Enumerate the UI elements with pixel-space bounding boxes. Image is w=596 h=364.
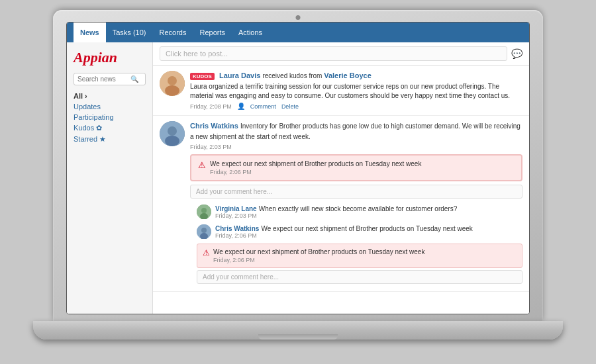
kudos-target[interactable]: Valerie Boyce <box>324 71 372 79</box>
search-box[interactable]: 🔍 <box>74 73 146 85</box>
chris-meta: Friday, 2:03 PM <box>190 144 522 150</box>
nav-reports[interactable]: Reports <box>193 23 232 42</box>
svg-point-1 <box>168 76 177 85</box>
svg-point-5 <box>165 136 179 146</box>
chris-reply-name[interactable]: Chris Watkins <box>215 225 259 232</box>
virginia-name[interactable]: Virginia Lane <box>215 205 257 212</box>
nav-news[interactable]: News <box>74 23 106 42</box>
feed-item-chris: Chris Watkins Inventory for Brother prod… <box>153 116 529 292</box>
kudos-text: Laura organized a terrific training sess… <box>190 82 522 101</box>
error-icon-1: ⚠ <box>198 160 206 170</box>
kudos-delete-link[interactable]: Delete <box>281 103 299 110</box>
nav-tasks[interactable]: Tasks (10) <box>106 23 153 42</box>
kudos-badge: KUDOS <box>190 73 215 80</box>
sidebar-item-starred[interactable]: Starred ★ <box>74 134 146 145</box>
virginia-text: When exactly will new stock become avail… <box>259 205 458 212</box>
avatar-laura-davis <box>160 71 185 96</box>
avatar-virginia <box>197 205 211 219</box>
avatar-svg-ld <box>160 71 185 96</box>
kudos-meta: Friday, 2:08 PM 👤 Comment Delete <box>190 103 522 110</box>
error-time-1: Friday, 2:06 PM <box>210 169 421 175</box>
error-time-2: Friday, 2:06 PM <box>213 257 424 263</box>
app-container: News Tasks (10) Records Reports Actions … <box>67 23 529 314</box>
avatar-svg-cw <box>160 121 185 146</box>
virginia-content: Virginia Lane When exactly will new stoc… <box>215 205 522 219</box>
chris-text: Inventory for Brother products has gone … <box>190 122 521 140</box>
virginia-time: Friday, 2:03 PM <box>215 212 522 219</box>
error-message-box-2: ⚠ We expect our next shipment of Brother… <box>197 244 522 268</box>
sidebar: Appian 🔍 All › Updates Participating Kud… <box>67 42 153 314</box>
comment-input-1[interactable]: Add your comment here... <box>190 185 522 199</box>
post-box: Click here to post... 💬 <box>153 42 529 66</box>
sidebar-item-updates[interactable]: Updates <box>74 101 146 112</box>
kudos-action: received kudos from <box>262 72 324 79</box>
kudos-sender[interactable]: Laura Davis <box>219 71 260 79</box>
feed: Click here to post... 💬 <box>153 42 529 314</box>
camera <box>296 15 301 20</box>
feed-items: KUDOS Laura Davis received kudos from Va… <box>153 66 529 314</box>
error-icon-2: ⚠ <box>203 248 210 257</box>
feed-item-content-chris: Chris Watkins Inventory for Brother prod… <box>190 121 522 286</box>
chris-reply-content: Chris Watkins We expect our next shipmen… <box>215 224 522 239</box>
comment-input-2[interactable]: Add your comment here... <box>197 270 522 284</box>
comment-virginia: Virginia Lane When exactly will new stoc… <box>197 202 522 222</box>
person-icon: 👤 <box>237 103 245 110</box>
main-content: Appian 🔍 All › Updates Participating Kud… <box>67 42 529 314</box>
search-input[interactable] <box>77 75 130 83</box>
error-highlight-box: ⚠ We expect our next shipment of Brother… <box>190 154 522 181</box>
chris-name[interactable]: Chris Watkins <box>190 122 238 130</box>
compose-icon: 💬 <box>511 48 522 59</box>
svg-point-2 <box>165 85 179 96</box>
post-input[interactable]: Click here to post... <box>160 46 507 61</box>
chris-time: Friday, 2:03 PM <box>190 144 232 150</box>
avatar-chris-small <box>197 224 211 239</box>
chris-header: Chris Watkins Inventory for Brother prod… <box>190 121 522 142</box>
sidebar-item-kudos[interactable]: Kudos ✿ <box>74 122 146 134</box>
error-message-2-text: We expect our next shipment of Brother p… <box>213 248 424 255</box>
svg-point-10 <box>201 228 207 233</box>
feed-item-content-kudos: KUDOS Laura Davis received kudos from Va… <box>190 71 522 110</box>
laptop-shell: News Tasks (10) Records Reports Actions … <box>26 10 570 354</box>
avatar-svg-cw-small <box>197 224 211 239</box>
svg-point-7 <box>201 208 207 213</box>
feed-item-kudos: KUDOS Laura Davis received kudos from Va… <box>153 66 529 116</box>
nav-records[interactable]: Records <box>153 23 193 42</box>
sidebar-item-all[interactable]: All › <box>74 92 146 100</box>
error-message-1: We expect our next shipment of Brother p… <box>210 160 421 167</box>
sidebar-item-participating[interactable]: Participating <box>74 112 146 122</box>
top-nav: News Tasks (10) Records Reports Actions <box>67 23 529 42</box>
feed-item-header-kudos: KUDOS Laura Davis received kudos from Va… <box>190 71 522 81</box>
avatar-face-ld <box>160 71 185 96</box>
chris-reply-text: We expect our next shipment of Brother p… <box>261 225 472 232</box>
comment-chris-reply: Chris Watkins We expect our next shipmen… <box>197 222 522 242</box>
chris-reply-time: Friday, 2:06 PM <box>215 232 522 239</box>
avatar-svg-vl <box>197 205 211 219</box>
appian-logo: Appian <box>74 49 146 66</box>
laptop-screen: News Tasks (10) Records Reports Actions … <box>66 22 530 314</box>
kudos-time: Friday, 2:08 PM <box>190 103 232 110</box>
svg-point-4 <box>168 126 177 136</box>
feed-comments: Virginia Lane When exactly will new stoc… <box>190 202 522 284</box>
nav-actions[interactable]: Actions <box>232 23 269 42</box>
search-icon: 🔍 <box>130 75 138 83</box>
laptop-base <box>33 321 563 340</box>
avatar-chris-watkins <box>160 121 185 146</box>
screen-bezel: News Tasks (10) Records Reports Actions … <box>53 10 543 321</box>
kudos-comment-link[interactable]: Comment <box>250 103 276 110</box>
